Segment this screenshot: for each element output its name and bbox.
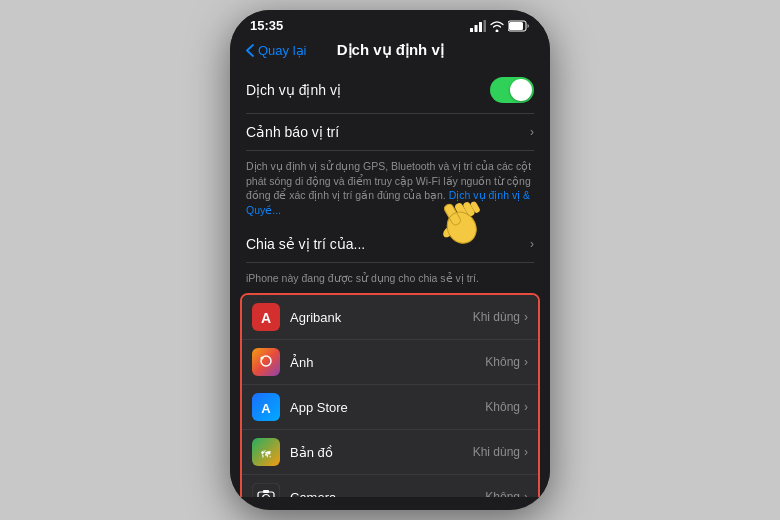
app-name: Agribank	[290, 310, 473, 325]
status-icons	[470, 20, 530, 32]
app-name: Camera	[290, 490, 485, 497]
svg-rect-3	[484, 20, 487, 32]
svg-rect-0	[470, 28, 473, 32]
app-status: Khi dùng	[473, 445, 520, 459]
app-status: Không	[485, 355, 520, 369]
location-service-row[interactable]: Dịch vụ định vị	[246, 67, 534, 114]
description-text: Dịch vụ định vị sử dụng GPS, Bluetooth v…	[246, 151, 534, 226]
app-status-text: Không	[485, 355, 520, 369]
svg-text:A: A	[261, 310, 271, 326]
app-row[interactable]: ẢnhKhông›	[242, 340, 538, 385]
location-warning-row[interactable]: Cảnh báo vị trí ›	[246, 114, 534, 151]
svg-rect-2	[479, 22, 482, 32]
signal-icon	[470, 20, 486, 32]
svg-text:A: A	[261, 401, 271, 416]
app-icon-appstore: A	[252, 393, 280, 421]
content-area: Dịch vụ định vị Cảnh báo vị trí › Dịch v…	[230, 67, 550, 497]
status-time: 15:35	[250, 18, 283, 33]
app-icon-camera	[252, 483, 280, 497]
svg-text:🗺: 🗺	[261, 449, 271, 460]
app-row-chevron: ›	[524, 445, 528, 459]
app-icon-bando: 🗺	[252, 438, 280, 466]
wifi-icon	[490, 20, 504, 32]
svg-point-10	[261, 357, 264, 360]
location-service-toggle[interactable]	[490, 77, 534, 103]
app-row[interactable]: AAgribankKhi dùng›	[242, 295, 538, 340]
phone-frame: 15:35	[230, 10, 550, 510]
app-row-chevron: ›	[524, 310, 528, 324]
app-status-text: Khi dùng	[473, 310, 520, 324]
back-chevron-icon	[246, 44, 254, 57]
app-status-text: Khi dùng	[473, 445, 520, 459]
share-location-row[interactable]: Chia sẻ vị trí của... ›	[246, 226, 534, 263]
app-row-chevron: ›	[524, 490, 528, 497]
app-status-text: Không	[485, 490, 520, 497]
app-row[interactable]: AApp StoreKhông›	[242, 385, 538, 430]
share-location-label: Chia sẻ vị trí của...	[246, 236, 365, 252]
app-list: AAgribankKhi dùng›ẢnhKhông›AApp StoreKhô…	[240, 293, 540, 497]
app-name: Bản đồ	[290, 445, 473, 460]
share-chevron-icon: ›	[530, 237, 534, 251]
app-row-chevron: ›	[524, 400, 528, 414]
top-section: Dịch vụ định vị Cảnh báo vị trí › Dịch v…	[230, 67, 550, 293]
svg-rect-5	[509, 22, 523, 30]
app-name: App Store	[290, 400, 485, 415]
page-title: Dịch vụ định vị	[306, 41, 474, 59]
nav-bar: Quay lại Dịch vụ định vị	[230, 37, 550, 67]
back-button[interactable]: Quay lại	[246, 43, 306, 58]
battery-icon	[508, 20, 530, 32]
location-service-label: Dịch vụ định vị	[246, 82, 341, 98]
svg-rect-8	[252, 348, 280, 376]
app-row[interactable]: CameraKhông›	[242, 475, 538, 497]
chevron-icon: ›	[530, 125, 534, 139]
svg-rect-18	[263, 490, 269, 493]
app-icon-anh	[252, 348, 280, 376]
app-row-chevron: ›	[524, 355, 528, 369]
location-warning-label: Cảnh báo vị trí	[246, 124, 339, 140]
status-bar: 15:35	[230, 10, 550, 37]
app-icon-agribank: A	[252, 303, 280, 331]
svg-rect-1	[475, 25, 478, 32]
share-note: iPhone này đang được sử dụng cho chia sẻ…	[246, 263, 534, 294]
app-name: Ảnh	[290, 355, 485, 370]
app-status: Không	[485, 400, 520, 414]
app-status-text: Không	[485, 400, 520, 414]
app-row[interactable]: 🗺Bản đồKhi dùng›	[242, 430, 538, 475]
app-status: Không	[485, 490, 520, 497]
app-status: Khi dùng	[473, 310, 520, 324]
